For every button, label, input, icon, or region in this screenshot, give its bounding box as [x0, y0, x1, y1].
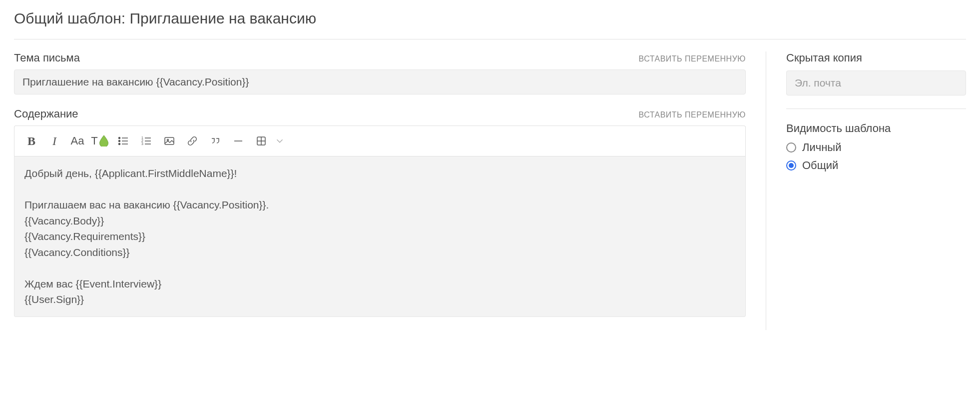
visibility-shared-option[interactable]: Общий: [786, 159, 966, 172]
numbered-list-button[interactable]: 123: [136, 131, 156, 151]
droplet-icon: [98, 134, 110, 150]
subject-input[interactable]: [14, 70, 746, 94]
visibility-personal-label: Личный: [802, 141, 841, 154]
bullet-list-button[interactable]: [113, 131, 133, 151]
visibility-personal-option[interactable]: Личный: [786, 141, 966, 154]
bcc-label: Скрытая копия: [786, 52, 966, 64]
fontsize-button[interactable]: Aa: [67, 131, 87, 151]
image-button[interactable]: [159, 131, 179, 151]
svg-point-13: [167, 140, 169, 141]
page-title: Общий шаблон: Приглашение на вакансию: [14, 10, 966, 27]
side-divider: [786, 108, 966, 109]
subject-label: Тема письма: [14, 52, 80, 64]
svg-text:3: 3: [141, 142, 143, 146]
table-button[interactable]: [251, 131, 271, 151]
content-editor[interactable]: Добрый день, {{Applicant.FirstMiddleName…: [14, 156, 746, 317]
visibility-shared-label: Общий: [802, 159, 838, 172]
horizontal-rule-button[interactable]: [228, 131, 248, 151]
link-button[interactable]: [182, 131, 202, 151]
content-label: Содержание: [14, 108, 78, 120]
insert-variable-content[interactable]: ВСТАВИТЬ ПЕРЕМЕННУЮ: [639, 110, 746, 120]
svg-point-2: [119, 144, 120, 145]
insert-variable-subject[interactable]: ВСТАВИТЬ ПЕРЕМЕННУЮ: [639, 54, 746, 64]
editor-toolbar: B I Aa T 123: [14, 126, 746, 156]
bold-button[interactable]: B: [21, 131, 41, 151]
bcc-input[interactable]: [786, 70, 966, 96]
svg-point-0: [119, 138, 120, 139]
radio-icon-checked: [786, 160, 796, 170]
textcolor-button[interactable]: T: [90, 131, 110, 151]
divider: [14, 39, 966, 40]
quote-button[interactable]: [205, 131, 225, 151]
textcolor-label: T: [91, 134, 97, 148]
table-dropdown-icon[interactable]: [274, 131, 285, 151]
visibility-label: Видимость шаблона: [786, 122, 966, 135]
svg-point-1: [119, 140, 120, 142]
italic-button[interactable]: I: [44, 131, 64, 151]
radio-icon: [786, 142, 796, 152]
